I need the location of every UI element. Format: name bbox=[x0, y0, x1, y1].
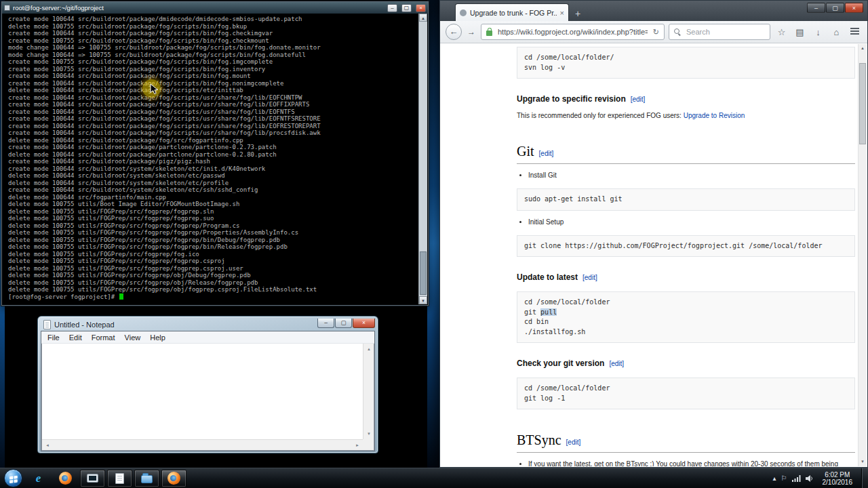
action-center-flag-icon[interactable]: ⚐ bbox=[781, 475, 787, 482]
browser-minimize-button[interactable]: – bbox=[807, 3, 825, 13]
url-input[interactable] bbox=[496, 27, 649, 37]
browser-scrollbar[interactable]: ▲ ▼ bbox=[858, 44, 867, 466]
clock-time: 6:02 PM bbox=[823, 471, 853, 479]
taskbar-ie-button[interactable]: e bbox=[26, 470, 51, 487]
terminal-line: delete mode 100755 utils/FOGPrep/src/fog… bbox=[8, 243, 418, 251]
https-lock-icon[interactable] bbox=[486, 30, 492, 36]
terminal-scroll-thumb[interactable] bbox=[420, 251, 427, 295]
terminal-line: create mode 100644 src/buildroot/package… bbox=[8, 158, 418, 165]
tab-title: Upgrade to trunk - FOG Pr... bbox=[470, 9, 557, 17]
scroll-up-icon[interactable]: ▲ bbox=[363, 344, 374, 354]
browser-tab[interactable]: Upgrade to trunk - FOG Pr... × bbox=[455, 3, 569, 21]
notepad-editor[interactable]: ▲ ▼ ◄ ► bbox=[41, 344, 374, 451]
search-bar[interactable] bbox=[669, 24, 770, 40]
terminal-line: delete mode 100755 utils/FOGPrep/src/fog… bbox=[8, 237, 418, 244]
scroll-up-icon[interactable]: ▲ bbox=[859, 44, 867, 53]
terminal-titlebar[interactable]: root@fog-server:~/git/fogproject – ▢ × bbox=[2, 2, 428, 14]
terminal-line: delete mode 100644 src/buildroot/package… bbox=[8, 151, 418, 159]
notepad-menu-item[interactable]: File bbox=[43, 332, 64, 343]
scroll-left-icon[interactable]: ◄ bbox=[42, 440, 53, 451]
system-tray: ▴ ⚐ 6:02 PM 2/10/2016 bbox=[773, 468, 868, 488]
scroll-down-icon[interactable]: ▼ bbox=[419, 296, 427, 304]
new-tab-button[interactable]: + bbox=[569, 6, 587, 21]
taskbar-browser-button[interactable] bbox=[161, 470, 186, 487]
terminal-line: delete mode 100755 src/buildroot/package… bbox=[8, 23, 418, 30]
notepad-menu-item[interactable]: View bbox=[120, 332, 146, 343]
taskbar-clock[interactable]: 6:02 PM 2/10/2016 bbox=[818, 471, 857, 486]
taskbar-explorer-button[interactable] bbox=[134, 470, 159, 487]
taskbar-firefox-launcher-button[interactable] bbox=[53, 470, 78, 487]
terminal-line: create mode 100755 src/buildroot/package… bbox=[8, 58, 418, 66]
browser-maximize-button[interactable]: ▢ bbox=[826, 3, 844, 13]
edit-link[interactable]: [edit] bbox=[631, 96, 646, 103]
tab-close-icon[interactable]: × bbox=[560, 9, 564, 17]
terminal-line: create mode 100644 src/buildroot/package… bbox=[8, 123, 418, 130]
clock-date: 2/10/2016 bbox=[823, 479, 853, 486]
notepad-vertical-scrollbar[interactable]: ▲ ▼ bbox=[363, 344, 374, 439]
terminal-line: delete mode 100644 src/buildroot/system/… bbox=[8, 172, 418, 180]
terminal-app-icon bbox=[4, 5, 10, 11]
terminal-minimize-button[interactable]: – bbox=[387, 4, 397, 12]
heading-text: BTSync bbox=[517, 432, 561, 447]
notepad-menu-item[interactable]: Edit bbox=[64, 332, 87, 343]
terminal-close-button[interactable]: × bbox=[416, 4, 426, 12]
terminal-line: delete mode 100755 utils/FOGPrep/src/fog… bbox=[8, 258, 418, 265]
forward-button[interactable]: → bbox=[466, 27, 477, 37]
bookmarks-menu-icon[interactable]: ▤ bbox=[793, 27, 807, 37]
notepad-minimize-button[interactable]: – bbox=[317, 319, 334, 328]
scroll-down-icon[interactable]: ▼ bbox=[363, 428, 374, 439]
taskbar-terminal-button[interactable] bbox=[80, 470, 105, 487]
edit-link[interactable]: [edit] bbox=[609, 360, 624, 367]
notepad-menu-item[interactable]: Format bbox=[87, 332, 120, 343]
terminal-maximize-button[interactable]: ▢ bbox=[401, 4, 412, 12]
address-bar[interactable]: ↻ bbox=[481, 24, 665, 40]
hamburger-lines bbox=[850, 28, 859, 29]
notepad-maximize-button[interactable]: ▢ bbox=[335, 319, 352, 328]
show-hidden-icons-chevron[interactable]: ▴ bbox=[773, 475, 776, 482]
bookmark-star-icon[interactable]: ☆ bbox=[774, 27, 789, 37]
notepad-menu-item[interactable]: Help bbox=[145, 332, 170, 343]
heading-text: Check your git version bbox=[517, 359, 604, 368]
code-block-update: cd /some/local/foldergit pullcd bin./ins… bbox=[517, 291, 855, 343]
browser-close-button[interactable]: × bbox=[845, 3, 863, 13]
search-icon bbox=[674, 28, 681, 35]
back-button[interactable]: ← bbox=[446, 24, 462, 40]
heading-check-git: Check your git version[edit] bbox=[517, 357, 855, 369]
search-input[interactable] bbox=[685, 27, 765, 37]
mouse-cursor-icon bbox=[150, 83, 159, 95]
bullet-list: Initial Setup bbox=[528, 217, 855, 227]
taskbar-notepad-button[interactable] bbox=[107, 470, 132, 487]
downloads-icon[interactable]: ↓ bbox=[811, 27, 825, 37]
scroll-up-icon[interactable]: ▲ bbox=[419, 14, 427, 22]
notepad-horizontal-scrollbar[interactable]: ◄ ► bbox=[42, 439, 363, 450]
home-icon[interactable]: ⌂ bbox=[829, 27, 844, 37]
code-line: ./installfog.sh bbox=[524, 327, 848, 338]
browser-scroll-thumb[interactable] bbox=[859, 63, 866, 144]
terminal-line: delete mode 100755 utils/FOGPrep/src/fog… bbox=[8, 229, 418, 237]
terminal-line: create mode 100644 src/buildroot/package… bbox=[8, 30, 418, 37]
notepad-titlebar[interactable]: Untitled - Notepad – ▢ × bbox=[41, 317, 375, 331]
show-desktop-button[interactable] bbox=[861, 468, 868, 488]
terminal-output[interactable]: create mode 100644 src/buildroot/package… bbox=[3, 14, 418, 304]
scrollbar-corner bbox=[363, 439, 374, 450]
code-text: git bbox=[524, 308, 540, 316]
terminal-line: create mode 100644 src/buildroot/system/… bbox=[8, 165, 418, 173]
notepad-close-button[interactable]: × bbox=[353, 319, 375, 328]
upgrade-to-revision-link[interactable]: Upgrade to Revision bbox=[684, 112, 745, 119]
scroll-down-icon[interactable]: ▼ bbox=[859, 458, 867, 466]
volume-icon[interactable] bbox=[806, 475, 814, 482]
code-line: git clone https://github.com/FOGProject/… bbox=[524, 241, 848, 251]
tab-favicon-icon bbox=[460, 9, 467, 16]
edit-link[interactable]: [edit] bbox=[539, 150, 554, 157]
browser-titlebar[interactable]: Upgrade to trunk - FOG Pr... × + – ▢ × bbox=[440, 1, 867, 21]
network-icon[interactable] bbox=[792, 475, 801, 482]
scroll-right-icon[interactable]: ► bbox=[352, 440, 363, 451]
refresh-icon[interactable]: ↻ bbox=[653, 28, 659, 37]
terminal-cursor bbox=[119, 293, 123, 300]
edit-link[interactable]: [edit] bbox=[583, 274, 597, 281]
menu-icon[interactable] bbox=[848, 27, 862, 37]
terminal-scrollbar[interactable]: ▲ ▼ bbox=[418, 14, 427, 304]
code-block-gitlog: cd /some/local/foldergit log -1 bbox=[517, 378, 855, 409]
start-button[interactable] bbox=[4, 469, 22, 487]
edit-link[interactable]: [edit] bbox=[566, 439, 581, 446]
